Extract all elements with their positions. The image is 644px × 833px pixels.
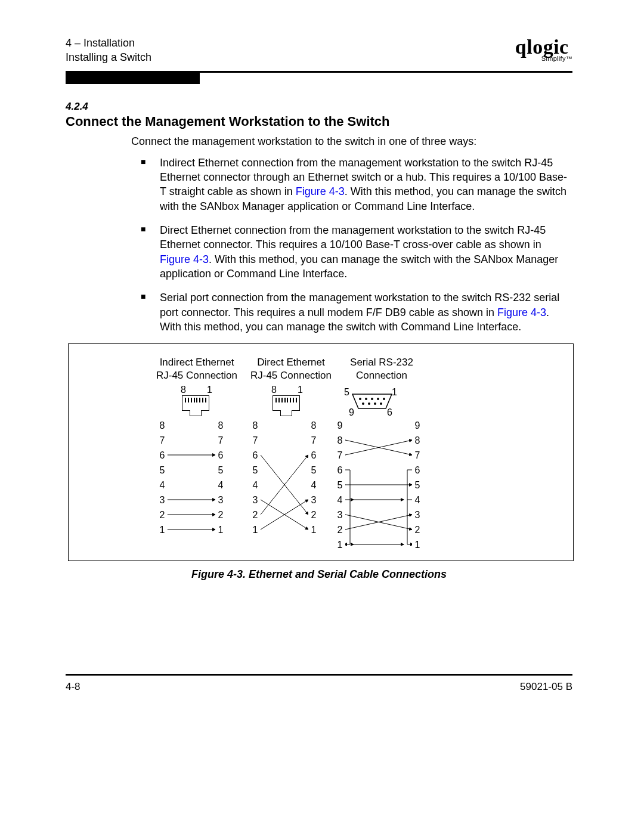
svg-point-1 — [365, 398, 367, 400]
header-accent-bar — [66, 73, 200, 84]
svg-point-0 — [359, 398, 361, 400]
list-item: Serial port connection from the manageme… — [141, 290, 572, 334]
pin-number: 1 — [207, 385, 212, 395]
db9-icon — [351, 393, 393, 410]
serial-wiring: 9 9 8 8 7 7 6 6 5 5 4 4 3 3 2 2 1 1 — [337, 420, 420, 563]
figure-xref[interactable]: Figure 4-3 — [160, 253, 209, 265]
rj45-icon — [182, 395, 209, 411]
indirect-wiring: 8 8 7 7 6 6 5 5 4 4 3 3 2 2 1 1 — [159, 420, 224, 547]
pin-number: 8 — [271, 385, 277, 395]
figure-col-head: Serial RS-232 Connection — [331, 356, 432, 382]
figure-xref[interactable]: Figure 4-3 — [296, 185, 345, 197]
figure-col-head: Indirect Ethernet RJ-45 Connection — [146, 356, 247, 382]
rj45-icon — [273, 395, 300, 411]
chapter-label: 4 – Installation — [66, 36, 151, 50]
page-number: 4-8 — [66, 681, 80, 693]
list-item: Indirect Ethernet connection from the ma… — [141, 156, 572, 213]
doc-id: 59021-05 B — [520, 681, 572, 693]
figure-col-head: Direct Ethernet RJ-45 Connection — [240, 356, 342, 382]
section-number: 4.2.4 — [66, 101, 572, 113]
header-rule — [66, 71, 572, 84]
svg-point-5 — [362, 402, 364, 405]
svg-point-2 — [371, 398, 373, 400]
bullet-list: Indirect Ethernet connection from the ma… — [141, 156, 572, 334]
header-text: 4 – Installation Installing a Switch — [66, 36, 151, 65]
svg-point-3 — [377, 398, 379, 400]
svg-point-7 — [374, 402, 376, 405]
pin-number: 8 — [181, 385, 186, 395]
brand-logo: qlogic Simplify™ — [515, 36, 572, 62]
pin-number: 5 — [344, 387, 349, 398]
section-intro: Connect the management workstation to th… — [131, 134, 572, 148]
bullet-text: Direct Ethernet connection from the mana… — [160, 224, 546, 250]
svg-point-6 — [368, 402, 370, 405]
svg-point-8 — [380, 402, 382, 405]
pin-number: 1 — [298, 385, 303, 395]
figure-box: Indirect Ethernet RJ-45 Connection Direc… — [68, 343, 574, 561]
figure-xref[interactable]: Figure 4-3 — [497, 306, 546, 318]
figure-caption: Figure 4-3. Ethernet and Serial Cable Co… — [66, 568, 572, 581]
svg-point-4 — [383, 398, 385, 400]
subsection-label: Installing a Switch — [66, 50, 151, 64]
section-title: Connect the Management Workstation to th… — [66, 114, 572, 129]
list-item: Direct Ethernet connection from the mana… — [141, 223, 572, 281]
footer: 4-8 59021-05 B — [66, 681, 572, 693]
bullet-text-tail: . With this method, you can manage the s… — [160, 253, 558, 280]
footer-rule — [66, 674, 572, 676]
direct-wiring: 8 8 7 7 6 6 5 5 4 4 3 3 2 2 1 1 — [252, 420, 317, 547]
